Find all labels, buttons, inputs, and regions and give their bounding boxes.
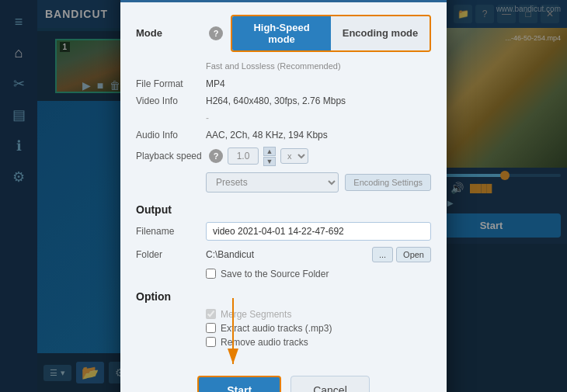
video-info-label: Video Info	[136, 95, 206, 106]
dash-value: -	[206, 113, 209, 123]
speed-up-arrow[interactable]: ▲	[263, 147, 276, 156]
playback-speed-row: Playback speed ? ▲ ▼ x	[136, 147, 431, 166]
presets-row: Presets Encoding Settings	[136, 172, 431, 193]
folder-row: Folder C:\Bandicut ... Open	[136, 247, 431, 262]
dash-row: -	[136, 113, 431, 123]
save-source-label: Save to the Source Folder	[221, 269, 329, 279]
folder-path: C:\Bandicut	[206, 249, 369, 260]
mode-buttons: High-Speed mode Encoding mode	[231, 15, 431, 52]
folder-dots-button[interactable]: ...	[372, 247, 393, 262]
video-info-row: Video Info H264, 640x480, 30fps, 2.76 Mb…	[136, 95, 431, 106]
audio-info-value: AAC, 2Ch, 48 KHz, 194 Kbps	[206, 130, 328, 140]
option-header: Option	[136, 290, 431, 303]
filename-label: Filename	[136, 226, 206, 237]
mode-help-icon[interactable]: ?	[209, 26, 223, 40]
video-info-value: H264, 640x480, 30fps, 2.76 Mbps	[206, 95, 346, 106]
speed-controls: ▲ ▼ x	[228, 147, 308, 166]
playback-help-icon[interactable]: ?	[209, 149, 223, 163]
encoding-settings-button[interactable]: Encoding Settings	[345, 174, 431, 191]
audio-info-row: Audio Info AAC, 2Ch, 48 KHz, 194 Kbps	[136, 130, 431, 140]
speed-down-arrow[interactable]: ▼	[263, 157, 276, 166]
encoding-mode-button[interactable]: Encoding mode	[331, 16, 430, 50]
filename-row: Filename	[136, 222, 431, 241]
speed-arrows: ▲ ▼	[263, 147, 276, 166]
save-source-row: Save to the Source Folder	[206, 269, 431, 279]
cancel-button[interactable]: Cancel	[290, 376, 370, 393]
high-speed-mode-button[interactable]: High-Speed mode	[232, 16, 331, 50]
speed-info: Fast and Lossless (Recommended)	[136, 61, 431, 71]
save-source-checkbox[interactable]	[206, 269, 216, 279]
filename-input[interactable]	[206, 222, 431, 241]
presets-select[interactable]: Presets	[206, 172, 339, 193]
file-format-label: File Format	[136, 78, 206, 89]
file-format-row: File Format MP4	[136, 78, 431, 89]
playback-speed-label: Playback speed	[136, 151, 206, 161]
modal-body: Mode ? High-Speed mode Encoding mode Fas…	[120, 2, 447, 363]
mode-label: Mode	[136, 27, 198, 39]
start-button[interactable]: Start	[197, 376, 281, 393]
arrow-annotation	[214, 290, 252, 376]
modal-overlay: BANDICUT ✕ Mode ? High-Speed mode Encodi…	[0, 0, 567, 392]
mode-row: Mode ? High-Speed mode Encoding mode	[136, 15, 431, 52]
audio-info-label: Audio Info	[136, 130, 206, 140]
folder-open-button[interactable]: Open	[396, 247, 431, 262]
output-header: Output	[136, 203, 431, 216]
folder-label: Folder	[136, 249, 206, 260]
modal-footer: Start Cancel	[120, 376, 447, 393]
modal-dialog: BANDICUT ✕ Mode ? High-Speed mode Encodi…	[120, 0, 447, 392]
speed-select[interactable]: x	[280, 148, 308, 164]
file-format-value: MP4	[206, 78, 225, 89]
speed-input[interactable]	[228, 147, 259, 165]
